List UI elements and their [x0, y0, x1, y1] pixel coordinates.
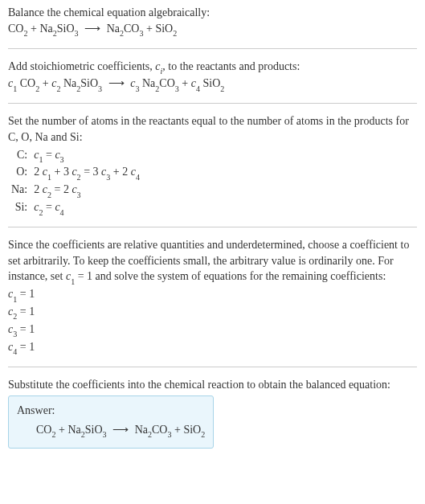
text: Na: [142, 77, 155, 89]
text: Add stoichiometric coefficients,: [8, 60, 155, 72]
species-na2co3: Na2CO3: [135, 424, 172, 436]
subscript: 2: [201, 430, 205, 439]
element-equation: 2 c2 = 2 c3: [31, 182, 143, 199]
element-equation: c1 = c3: [31, 147, 143, 165]
coeff-value-3: c3 = 1: [8, 322, 417, 339]
row-O: O: 2 c1 + 3 c2 = 3 c3 + 2 c4: [8, 164, 143, 182]
var-c: c: [72, 166, 76, 178]
text: = 1: [17, 323, 35, 335]
var-i: i: [160, 67, 162, 76]
row-Na: Na: 2 c2 = 2 c3: [8, 182, 143, 199]
subscript: 2: [39, 208, 43, 217]
text: = 3: [81, 166, 101, 178]
plus: +: [172, 424, 184, 436]
subscript: 3: [106, 173, 110, 182]
subscript: 3: [103, 430, 107, 439]
subscript: 3: [60, 155, 64, 164]
species-sio2: SiO2: [155, 23, 177, 35]
var-c: c: [43, 166, 47, 178]
element-equation: 2 c1 + 3 c2 = 3 c3 + 2 c4: [31, 164, 143, 182]
divider: [8, 48, 417, 49]
divider: [8, 103, 417, 104]
text: CO: [159, 77, 174, 89]
var-c: c: [72, 183, 76, 195]
subscript: 1: [13, 84, 17, 93]
subscript: 2: [81, 430, 85, 439]
subscript: 4: [13, 347, 17, 356]
subscript: 2: [51, 430, 55, 439]
text: Na: [135, 424, 148, 436]
subscript: 2: [35, 84, 39, 93]
text: = 2: [51, 183, 72, 195]
reaction-arrow-icon: ⟶: [84, 21, 100, 37]
subscript: 3: [75, 29, 79, 38]
answer-instruction: Substitute the coefficients into the che…: [8, 377, 417, 393]
text: SiO: [57, 23, 75, 35]
divider: [8, 367, 417, 367]
section-atom-balance: Set the number of atoms in the reactants…: [8, 113, 417, 217]
text: =: [43, 201, 55, 213]
subscript: 2: [173, 29, 177, 38]
text: SiO: [202, 77, 220, 89]
plus: +: [39, 77, 51, 89]
subscript: 2: [155, 84, 159, 93]
text: Na: [39, 23, 52, 35]
answer-label: Answer:: [17, 403, 205, 419]
text: = 1: [17, 305, 35, 318]
text: CO: [124, 23, 139, 35]
row-C: C: c1 = c3: [8, 147, 143, 165]
subscript: 3: [139, 29, 143, 38]
var-c: c: [55, 149, 59, 161]
var-c: c: [43, 183, 47, 195]
coeff-instruction: Add stoichiometric coefficients, ci, to …: [8, 59, 417, 76]
text: + 3: [51, 166, 72, 178]
subscript: 3: [167, 430, 171, 439]
text: , to the reactants and products:: [162, 60, 300, 72]
element-label: Na:: [8, 182, 31, 199]
text: SiO: [80, 77, 98, 89]
subscript: 1: [13, 295, 17, 304]
text: SiO: [155, 23, 173, 35]
subscript: 4: [196, 84, 200, 93]
text: Na: [63, 77, 76, 89]
coeff-value-4: c4 = 1: [8, 339, 417, 357]
subscript: 2: [13, 312, 17, 321]
species-co2: CO2: [8, 23, 28, 35]
solve-instruction: Since the coefficients are relative quan…: [8, 237, 417, 286]
section-balance: Balance the chemical equation algebraica…: [8, 5, 417, 39]
subscript: 3: [175, 84, 179, 93]
subscript: 1: [47, 173, 51, 182]
text: =: [43, 149, 55, 161]
element-label: C:: [8, 147, 31, 165]
species-na2co3: Na2CO3: [107, 23, 144, 35]
species-na2sio3: Na2SiO3: [63, 77, 102, 89]
subscript: 2: [47, 191, 51, 199]
section-answer: Substitute the coefficients into the che…: [8, 377, 417, 449]
text: CO: [152, 424, 167, 436]
text: = 1 and solve the system of equations fo…: [75, 270, 386, 282]
coeff-equation: c1 CO2 + c2 Na2SiO3 ⟶ c3 Na2CO3 + c4 SiO…: [8, 76, 417, 93]
subscript: 2: [56, 84, 60, 93]
species-sio2: SiO2: [183, 424, 205, 436]
subscript: 2: [77, 173, 81, 182]
plus: +: [28, 23, 40, 35]
species-na2sio3: Na2SiO3: [39, 23, 78, 35]
plus: +: [56, 424, 68, 436]
species-co2: CO2: [36, 424, 56, 436]
atom-balance-instruction: Set the number of atoms in the reactants…: [8, 113, 417, 145]
row-Si: Si: c2 = c4: [8, 199, 143, 217]
coeff-value-2: c2 = 1: [8, 304, 417, 322]
coeff-value-1: c1 = 1: [8, 286, 417, 304]
unbalanced-equation: CO2 + Na2SiO3 ⟶ Na2CO3 + SiO2: [8, 21, 417, 39]
text: Na: [67, 424, 80, 436]
subscript: 2: [120, 29, 124, 38]
subscript: 3: [13, 330, 17, 338]
subscript: 1: [39, 155, 43, 164]
element-label: Si:: [8, 199, 31, 217]
text: CO: [8, 23, 23, 35]
subscript: 1: [71, 277, 75, 286]
subscript: 2: [76, 84, 80, 93]
plus: +: [144, 23, 156, 35]
subscript: 4: [136, 173, 140, 182]
text: SiO: [85, 424, 103, 436]
